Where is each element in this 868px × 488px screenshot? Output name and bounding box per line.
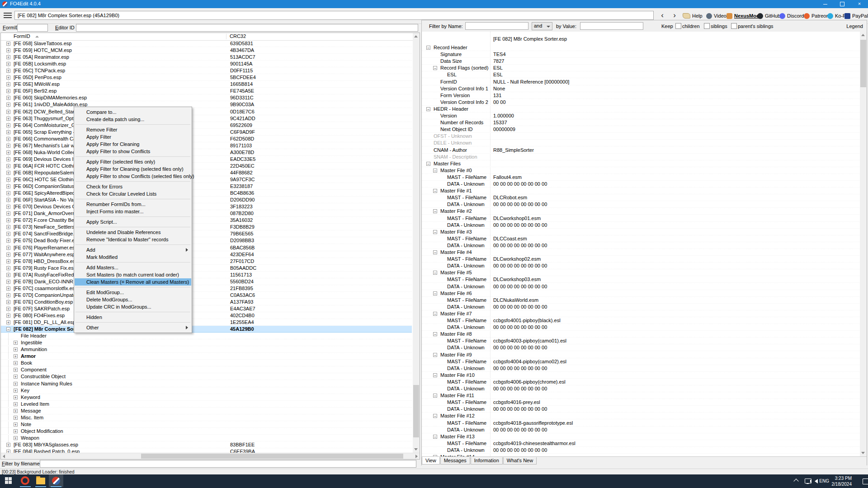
- tree-row[interactable]: +[FE 06F] StartASIA - No Vault111.esD206…: [1, 197, 412, 203]
- scroll-up-icon[interactable]: [413, 33, 420, 40]
- tree-row[interactable]: +[FE 072] F.core Chastity Belts2.esp35A1…: [1, 217, 412, 224]
- expand-icon[interactable]: +: [14, 382, 18, 386]
- expand-icon[interactable]: +: [6, 75, 10, 80]
- expand-icon[interactable]: +: [6, 103, 10, 107]
- scroll-down-icon[interactable]: [860, 450, 867, 456]
- collapse-icon[interactable]: −: [433, 271, 437, 275]
- menu-item[interactable]: Mark Modified: [75, 253, 191, 261]
- link-patreon[interactable]: Patreon: [804, 12, 829, 19]
- tab-messages[interactable]: Messages: [440, 457, 470, 465]
- collapse-icon[interactable]: −: [433, 250, 437, 254]
- tree-row[interactable]: +[FE 074] SanctFixedBridge.esp79B6E565: [1, 230, 412, 237]
- minimize-button[interactable]: [816, 0, 834, 8]
- tree-row[interactable]: +Key: [1, 387, 412, 394]
- collapse-icon[interactable]: −: [426, 46, 430, 50]
- keep-children-checkbox[interactable]: [675, 23, 681, 29]
- tree-row[interactable]: +Weapon: [1, 435, 412, 441]
- tree-row[interactable]: +[FE 068] Nuka-World Collectable MA300E7…: [1, 149, 412, 156]
- detail-row[interactable]: Form Version131: [422, 92, 859, 99]
- formid-input[interactable]: [17, 24, 48, 32]
- detail-row[interactable]: −Master File #6: [422, 290, 859, 297]
- expand-icon[interactable]: +: [14, 375, 18, 379]
- scroll-down-icon[interactable]: [413, 446, 420, 453]
- tree-column-header[interactable]: FormID CRC32: [1, 33, 420, 41]
- filter-name-input[interactable]: [465, 22, 528, 30]
- expand-icon[interactable]: +: [6, 198, 10, 202]
- detail-row[interactable]: DATA - Unknown00 00 00 00 00 00 00 00: [422, 304, 859, 310]
- taskbar-fo4edit-button[interactable]: [49, 474, 63, 487]
- expand-icon[interactable]: +: [6, 42, 10, 46]
- tree-row[interactable]: +[FE 07A] RustyFaceFixRedux.esp11561713: [1, 272, 412, 278]
- filter-operator-select[interactable]: and: [532, 22, 552, 30]
- detail-row[interactable]: −Record Header: [422, 44, 859, 51]
- expand-icon[interactable]: +: [6, 239, 10, 243]
- collapse-icon[interactable]: −: [433, 209, 437, 213]
- detail-row[interactable]: −Master File #2: [422, 208, 859, 215]
- expand-icon[interactable]: +: [6, 130, 10, 134]
- tree-row[interactable]: +[FE 05C] TCNPack.espD0FF1115: [1, 67, 412, 74]
- tree-row[interactable]: +[FE 05B] Locksmith.esp9001145A: [1, 61, 412, 67]
- expand-icon[interactable]: +: [14, 347, 18, 352]
- tree-row[interactable]: +[FE 067] Mechanist's Lair without r8917…: [1, 142, 412, 149]
- tree-row[interactable]: +[FE 064] ComMoisturizer_GlowPatc6952260…: [1, 122, 412, 129]
- tree-row[interactable]: +[FE 073] NewFace_Settlers.espF3DB8B29: [1, 224, 412, 230]
- detail-row[interactable]: MAST - FileNameccbgsfo4018-gaussriflepro…: [422, 420, 859, 427]
- expand-icon[interactable]: +: [14, 409, 18, 413]
- collapse-icon[interactable]: −: [433, 312, 437, 316]
- expand-icon[interactable]: +: [14, 395, 18, 399]
- tree-row[interactable]: +[FE 06E] SpicyAlteredBipedAnims.eBC4B86…: [1, 190, 412, 197]
- expand-icon[interactable]: +: [6, 246, 10, 250]
- detail-row[interactable]: −Master File #7: [422, 310, 859, 317]
- menu-item[interactable]: Undelete and Disable References: [75, 229, 191, 236]
- expand-icon[interactable]: +: [14, 389, 18, 393]
- detail-row[interactable]: MAST - FileNameccbgsfo4019-chinesestealt…: [422, 440, 859, 447]
- detail-row[interactable]: MAST - FileNameDLCCoast.esm: [422, 235, 859, 242]
- detail-row[interactable]: DATA - Unknown00 00 00 00 00 00 00 00: [422, 365, 859, 372]
- detail-row[interactable]: −Master File #5: [422, 269, 859, 276]
- menu-item[interactable]: Edit ModGroup...: [75, 289, 191, 296]
- collapse-icon[interactable]: −: [426, 107, 430, 111]
- detail-row[interactable]: MAST - FileNameccbgsfo4003-pipboy(camo01…: [422, 338, 859, 344]
- expand-icon[interactable]: +: [6, 286, 10, 291]
- detail-row[interactable]: −Record Flags (sorted)ESL: [422, 65, 859, 71]
- tree-row[interactable]: +[FE 066] Commonwealth CaptivesF62D508D: [1, 136, 412, 142]
- start-button[interactable]: [2, 474, 16, 487]
- expand-icon[interactable]: +: [6, 300, 10, 304]
- detail-row[interactable]: FormIDNULL - Null Reference [00000000]: [422, 79, 859, 85]
- tree-row[interactable]: +[FE 06B] RepopulateSalemOARPatc44F88682: [1, 169, 412, 176]
- menu-item[interactable]: Hidden: [75, 314, 191, 321]
- collapse-icon[interactable]: −: [433, 230, 437, 234]
- detail-row[interactable]: Data Size7827: [422, 58, 859, 65]
- expand-icon[interactable]: +: [6, 320, 10, 324]
- left-vertical-scrollbar[interactable]: [413, 33, 420, 453]
- scroll-up-icon[interactable]: [860, 32, 867, 38]
- detail-row[interactable]: Next Object ID00000009: [422, 126, 859, 133]
- menu-item[interactable]: Delete ModGroups...: [75, 296, 191, 303]
- menu-item[interactable]: Apply Filter (selected files only): [75, 158, 191, 165]
- menu-item[interactable]: Remove Filter: [75, 126, 191, 133]
- expand-icon[interactable]: +: [6, 89, 10, 93]
- detail-row[interactable]: −Master File #12: [422, 413, 859, 419]
- language-indicator[interactable]: ENG: [819, 479, 829, 488]
- expand-icon[interactable]: +: [6, 218, 10, 222]
- tab-what-s-new[interactable]: What's New: [503, 457, 537, 465]
- detail-row[interactable]: ESLESL: [422, 71, 859, 78]
- detail-row[interactable]: −Master File #1: [422, 188, 859, 194]
- tree-row[interactable]: +Instance Naming Rules: [1, 380, 412, 387]
- expand-icon[interactable]: +: [14, 341, 18, 345]
- detail-row[interactable]: MAST - FileNameDLCworkshop01.esm: [422, 215, 859, 222]
- tree-row[interactable]: +[FE 063] Thuggysmurf_Optimizatio9C421AD…: [1, 115, 412, 122]
- expand-icon[interactable]: +: [6, 117, 10, 121]
- detail-row[interactable]: MAST - FileNameccbgsfo4016-prey.esl: [422, 399, 859, 406]
- tree-row[interactable]: +Ingestible: [1, 339, 412, 346]
- right-vertical-scrollbar[interactable]: [860, 32, 867, 456]
- expand-icon[interactable]: +: [6, 205, 10, 209]
- tree-row[interactable]: +[FE 07C] csaarmorslotfix.esp21FB8395: [1, 285, 412, 292]
- tree-row[interactable]: +[FE 071] Dank_ArmorOverrides.esp087B2D8…: [1, 210, 412, 217]
- expand-icon[interactable]: +: [6, 191, 10, 195]
- collapse-icon[interactable]: −: [433, 414, 437, 418]
- menu-item[interactable]: Clean Masters (= Remove all unused Maste…: [75, 278, 191, 286]
- menu-icon[interactable]: [4, 13, 12, 19]
- expand-icon[interactable]: +: [14, 368, 18, 372]
- tree-row[interactable]: +Armor: [1, 353, 412, 360]
